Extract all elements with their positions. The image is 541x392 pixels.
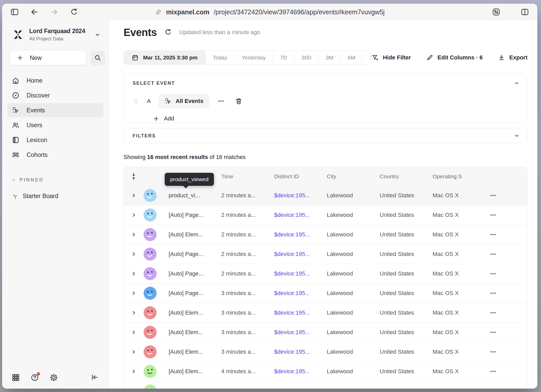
distinct-id-link[interactable]: $device:195... <box>274 348 327 355</box>
event-name[interactable]: [Auto] Page... <box>169 212 221 218</box>
range-yesterday[interactable]: Yesterday <box>234 51 273 64</box>
event-more-button[interactable] <box>218 98 224 105</box>
range-today[interactable]: Today <box>205 51 234 64</box>
table-row[interactable]: product_vi... 2 minutes a... $device:195… <box>124 186 527 205</box>
column-header-distinct-id[interactable]: Distinct ID <box>274 173 327 180</box>
row-expand-icon[interactable] <box>131 193 137 198</box>
help-icon[interactable] <box>30 373 39 382</box>
row-expand-icon[interactable] <box>131 369 137 374</box>
reload-button[interactable] <box>69 7 79 17</box>
distinct-id-link[interactable]: $device:195... <box>274 212 327 218</box>
distinct-id-link[interactable]: $device:195... <box>274 270 327 277</box>
sidebar-item-cohorts[interactable]: Cohorts <box>7 148 103 162</box>
column-header-time[interactable]: Time <box>221 173 274 180</box>
sidebar-item-users[interactable]: Users <box>7 118 103 132</box>
add-event-button[interactable]: Add <box>153 115 518 122</box>
row-expand-icon[interactable] <box>131 310 137 316</box>
row-menu-button[interactable] <box>485 309 496 316</box>
table-row[interactable]: [Auto] Elem... 3 minutes a... $device:19… <box>124 342 527 362</box>
table-row[interactable]: [Auto] Page... 2 minutes a... $device:19… <box>124 264 527 284</box>
event-name[interactable]: [Auto] Elem... <box>169 309 221 316</box>
search-button[interactable] <box>90 51 105 65</box>
row-expand-icon[interactable] <box>131 271 137 277</box>
event-selector-button[interactable]: All Events <box>159 94 209 108</box>
table-row[interactable]: [Auto] Elem... 3 minutes a... $device:19… <box>124 303 527 323</box>
row-expand-icon[interactable] <box>131 388 137 389</box>
event-name[interactable]: [Auto] Elem... <box>169 231 221 238</box>
refresh-icon[interactable] <box>164 28 172 36</box>
collapse-sidebar-icon[interactable] <box>91 373 99 382</box>
row-menu-button[interactable] <box>485 329 496 336</box>
date-picker-button[interactable]: Mar 11, 2025 3:30 pm <box>124 51 205 64</box>
collapse-panel-icon[interactable] <box>514 80 520 86</box>
row-expand-icon[interactable] <box>131 290 137 296</box>
new-button[interactable]: New <box>10 51 86 65</box>
row-menu-button[interactable] <box>485 290 496 297</box>
range-7d[interactable]: 7D <box>273 51 294 64</box>
delete-event-icon[interactable] <box>235 97 242 105</box>
row-expand-icon[interactable] <box>131 212 137 218</box>
split-view-icon[interactable] <box>520 7 530 17</box>
column-header-country[interactable]: Country <box>380 173 433 180</box>
export-button[interactable]: Export <box>498 54 527 61</box>
table-row[interactable]: [Auto] Elem... 3 minutes a... $device:19… <box>124 323 527 342</box>
edit-columns-button[interactable]: Edit Columns · 6 <box>426 54 483 61</box>
row-menu-button[interactable] <box>485 270 496 277</box>
column-header-os[interactable]: Operating S <box>433 173 485 180</box>
event-name[interactable]: [Auto] Elem... <box>169 329 221 336</box>
range-12m[interactable]: 12M <box>362 51 371 64</box>
distinct-id-link[interactable]: $device:195... <box>274 290 327 297</box>
expand-filters-icon[interactable] <box>514 133 520 139</box>
range-6m[interactable]: 6M <box>340 51 362 64</box>
gear-icon[interactable] <box>50 373 58 382</box>
row-menu-button[interactable] <box>485 231 496 238</box>
row-menu-button[interactable] <box>485 192 496 199</box>
table-row[interactable]: [Auto] Page... 2 minutes a... $device:19… <box>124 205 527 225</box>
table-row[interactable]: [Auto] Elem... 4 minutes a... $device:19… <box>124 362 527 381</box>
back-button[interactable] <box>30 7 39 17</box>
event-name[interactable]: [Auto] Page... <box>169 251 221 258</box>
row-expand-icon[interactable] <box>131 349 137 355</box>
pinned-section-toggle[interactable]: PINNED <box>2 177 109 183</box>
row-expand-icon[interactable] <box>131 329 137 335</box>
sidebar-toggle-icon[interactable] <box>10 7 19 17</box>
row-expand-icon[interactable] <box>131 232 137 237</box>
sidebar-item-lexicon[interactable]: Lexicon <box>7 133 103 147</box>
distinct-id-link[interactable]: $device:195... <box>274 251 327 258</box>
forward-button[interactable] <box>50 7 59 17</box>
row-expand-icon[interactable] <box>131 251 137 257</box>
sidebar-item-events[interactable]: Events <box>7 103 103 117</box>
table-row[interactable]: [Auto] Page... 3 minutes a... $device:19… <box>124 284 527 303</box>
browser-window: mixpanel.com/project/3472420/view/397469… <box>2 4 537 389</box>
row-menu-button[interactable] <box>485 348 496 355</box>
range-3m[interactable]: 3M <box>318 51 340 64</box>
distinct-id-link[interactable]: $device:195... <box>274 309 327 316</box>
distinct-id-link[interactable]: $device:195... <box>274 231 327 238</box>
address-bar[interactable]: mixpanel.com/project/3472420/view/397469… <box>155 4 385 20</box>
sort-icon[interactable] <box>131 172 136 181</box>
apps-grid-icon[interactable] <box>11 373 20 382</box>
distinct-id-link[interactable]: $device:195... <box>274 368 327 375</box>
distinct-id-link[interactable]: $device:195... <box>274 329 327 336</box>
event-name[interactable]: [Auto] Elem... <box>169 348 221 355</box>
sidebar-item-home[interactable]: Home <box>7 74 103 88</box>
event-name[interactable]: [Auto] Page... <box>169 270 221 277</box>
row-menu-button[interactable] <box>485 212 496 218</box>
table-row[interactable]: [Auto] Elem... 2 minutes a... $device:19… <box>124 225 527 244</box>
sidebar-item-discover[interactable]: Discover <box>7 88 103 102</box>
row-menu-button[interactable] <box>485 251 496 258</box>
event-name[interactable]: [Auto] Elem... <box>169 368 221 375</box>
table-row[interactable]: [Auto] Page... 2 minutes a... $device:19… <box>124 244 527 264</box>
pinned-item-starter-board[interactable]: Starter Board <box>2 193 109 200</box>
browser-settings-icon[interactable] <box>491 7 501 17</box>
workspace-switcher[interactable]: Lord Farquaad 2024 All Project Data <box>2 28 109 42</box>
distinct-id-link[interactable]: $device:195... <box>274 192 327 199</box>
drag-handle-icon[interactable] <box>133 98 139 104</box>
range-30d[interactable]: 30D <box>294 51 319 64</box>
event-name[interactable]: [Auto] Page... <box>169 290 221 297</box>
hide-filter-button[interactable]: Hide Filter <box>371 54 411 61</box>
table-row[interactable] <box>124 381 527 389</box>
column-header-city[interactable]: City <box>327 173 380 180</box>
event-name[interactable]: product_vi... <box>169 192 221 199</box>
row-menu-button[interactable] <box>485 368 496 375</box>
